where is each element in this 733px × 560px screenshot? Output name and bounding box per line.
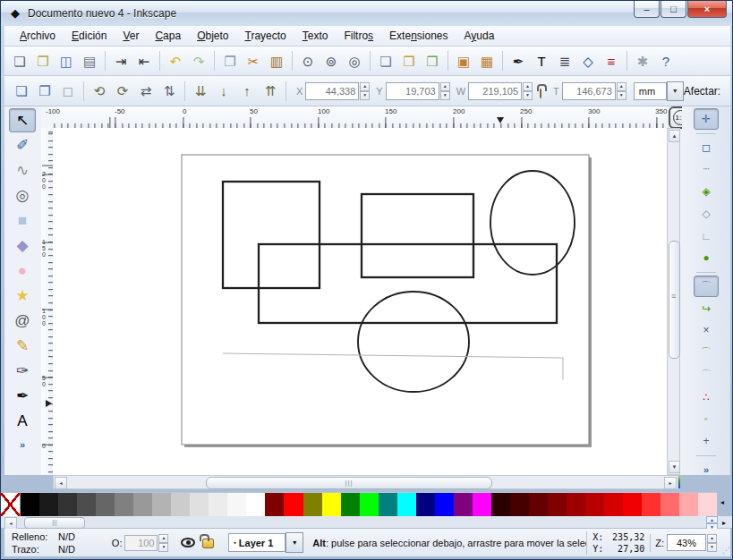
snap-midpoints-toggle[interactable]: ∴ [694,386,719,408]
menu-extensiones[interactable]: Extensiones [381,28,456,44]
swatch-0000ff[interactable] [435,493,454,516]
new-document-button[interactable]: ❏ [8,49,31,72]
rotate-ccw-button[interactable]: ⟲ [88,80,111,103]
swatch-808080[interactable] [115,493,133,516]
x-input[interactable]: 44,338 [305,82,359,100]
swatch-e0e0e0[interactable] [190,493,209,516]
height-spinner-up-icon[interactable]: ▲ [617,82,626,91]
swatch-ffffff[interactable] [246,493,265,516]
snap-to-paths-toggle[interactable]: ↪ [694,298,719,319]
flip-horizontal-button[interactable]: ⇄ [134,80,158,103]
vertical-scrollbar[interactable]: ▲ ▼ [667,128,680,475]
menu-filtros[interactable]: Filtros [336,28,381,44]
unit-dropdown[interactable]: mm ▼ [634,81,684,101]
pencil-tool[interactable]: ✎ [9,334,36,358]
swatch-9c0000[interactable] [567,493,585,516]
x-spinner-up-icon[interactable]: ▲ [360,82,370,91]
lower-to-bottom-button[interactable]: ⇊ [189,80,212,103]
import-button[interactable]: ⇥ [109,49,132,72]
unit-dropdown-arrow-icon[interactable]: ▼ [667,81,684,101]
swatch-ff3030[interactable] [642,493,661,516]
zoom-selection-button[interactable]: ⊙ [296,49,320,72]
select-all-layers-button[interactable]: ❐ [33,80,56,103]
x-spinner-down-icon[interactable]: ▼ [360,91,370,100]
swatch-ff00ff[interactable] [473,493,491,516]
y-spinner-up-icon[interactable]: ▲ [440,82,450,91]
snap-bbox-edges-toggle[interactable]: ┄ [694,158,719,180]
snap-master-toggle[interactable]: ✛ [694,108,719,130]
zoom-input[interactable]: 43% [667,534,706,551]
swatch-ececec[interactable] [209,493,227,516]
maximize-button[interactable]: □ [661,1,686,18]
snap-bbox-corners-toggle[interactable]: ◈ [694,181,719,202]
palette-row-scroller[interactable]: ▲ ▼ [706,516,718,528]
swatch-333333[interactable] [58,493,77,516]
drawing-canvas[interactable] [53,128,667,475]
document-properties-button[interactable]: ? [654,49,678,72]
palette-scrollbar-left-icon[interactable]: ◂ [4,517,17,530]
snap-bbox-toggle[interactable]: ◻ [694,137,719,158]
width-spinner-down-icon[interactable]: ▼ [523,91,533,100]
paste-button[interactable]: ▥ [265,49,288,72]
menu-archivo[interactable]: Archivo [12,28,64,44]
open-document-button[interactable]: ❐ [31,49,55,72]
snap-smooth-nodes-toggle[interactable]: ⌒ [694,364,719,386]
deselect-button[interactable]: ◻ [56,80,80,103]
menu-ver[interactable]: Ver [115,28,147,44]
menu-edición[interactable]: Edición [64,28,115,44]
y-spinner[interactable]: ▲▼ [440,82,450,100]
layer-selector[interactable]: ▪Layer 1 ▼ [228,532,303,553]
preferences-button[interactable]: ✱ [631,49,654,72]
width-spinner-up-icon[interactable]: ▲ [523,82,533,91]
y-input[interactable]: 19,703 [386,82,439,100]
rotate-cw-button[interactable]: ⟳ [111,80,134,103]
x-spinner[interactable]: ▲▼ [360,82,370,100]
scroll-right-icon[interactable]: ▸ [664,477,677,489]
height-spinner[interactable]: ▲▼ [617,82,626,100]
menu-texto[interactable]: Texto [294,28,337,44]
tweak-tool[interactable]: ∿ [9,158,36,182]
vertical-scroll-thumb[interactable] [669,241,680,359]
lower-button[interactable]: ↓ [212,80,235,103]
menu-objeto[interactable]: Objeto [189,28,236,44]
print-button[interactable]: ▤ [78,49,101,72]
select-all-button[interactable]: ❏ [10,80,33,103]
scroll-left-icon[interactable]: ◂ [55,477,67,489]
height-spinner-down-icon[interactable]: ▼ [617,91,626,100]
scroll-down-icon[interactable]: ▼ [669,461,680,473]
opacity-input[interactable]: 100 [124,535,158,551]
resize-grip[interactable]: ⋰ [722,546,730,556]
swatch-00ffff[interactable] [397,493,416,516]
layers-dialog-button[interactable]: ≣ [553,49,576,72]
swatch-ffff00[interactable] [322,493,341,516]
horizontal-scrollbar[interactable]: ◂ ||| ▸ [53,475,678,489]
y-spinner-down-icon[interactable]: ▼ [440,91,450,100]
bezier-tool[interactable]: ✑ [9,359,36,383]
swatch-470000[interactable] [510,493,529,516]
calligraphy-tool[interactable]: ✒ [9,384,36,408]
zoom-down-icon[interactable]: ▼ [707,543,717,552]
star-tool[interactable]: ★ [9,284,36,308]
swatch-none[interactable] [1,493,21,516]
swatch-d40000[interactable] [604,493,623,516]
swatch-800000[interactable] [548,493,567,516]
snap-nodes-toggle[interactable]: ⌒ [694,276,719,297]
align-dialog-button[interactable]: ≡ [600,49,623,72]
swatch-cccccc[interactable] [171,493,190,516]
xml-editor-button[interactable]: ◇ [576,49,600,72]
palette-scroll-left-icon[interactable]: ◂ [720,498,724,506]
fill-stroke-dialog-button[interactable]: ✒ [507,49,530,72]
fill-stroke-indicator[interactable]: Relleno:N/D Trazo:N/D [12,530,98,556]
swatch-ffd5d5[interactable] [698,493,717,516]
redo-button[interactable]: ↷ [187,49,210,72]
create-clone-button[interactable]: ❒ [397,49,421,72]
zoom-drawing-button[interactable]: ⊚ [320,49,343,72]
flip-vertical-button[interactable]: ⇅ [158,80,181,103]
ungroup-button[interactable]: ▦ [475,49,499,72]
zoom-spinner[interactable]: ▲▼ [707,534,717,552]
swatch-4d4d4d[interactable] [77,493,96,516]
spiral-tool[interactable]: @ [9,309,36,333]
opacity-down-icon[interactable]: ▼ [158,543,168,552]
swatch-ff6b6b[interactable] [661,493,679,516]
swatch-2b0000[interactable] [491,493,510,516]
